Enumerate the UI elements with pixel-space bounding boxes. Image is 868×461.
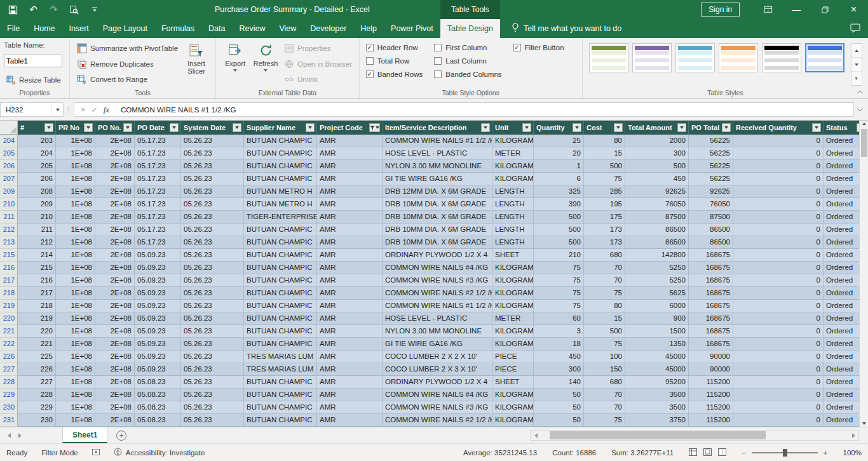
cell[interactable]: 228 (18, 389, 56, 401)
cell[interactable]: KILOGRAM (492, 173, 534, 185)
cell[interactable]: COMMON WIRE NAILS #4 /KG (383, 262, 492, 274)
cell[interactable]: 0 (733, 338, 824, 351)
cell[interactable]: 1500 (625, 325, 689, 338)
cell[interactable]: 86500 (689, 236, 733, 249)
cell[interactable]: AMR (317, 363, 383, 376)
cell[interactable]: 1E+08 (56, 414, 95, 427)
cell[interactable]: 1E+08 (56, 262, 95, 274)
cell[interactable]: LENGTH (492, 236, 534, 249)
cell[interactable]: TRES MARIAS LUM (244, 351, 317, 363)
cell[interactable]: 56225 (689, 147, 733, 160)
zoom-level[interactable]: 100% (843, 449, 862, 457)
cell[interactable]: 05.17.23 (135, 160, 181, 173)
cell[interactable]: BUTUAN CHAMPIC (244, 389, 317, 401)
cell[interactable]: 2E+08 (95, 312, 135, 325)
cell[interactable]: 05.26.23 (181, 389, 244, 401)
row-number[interactable]: 230 (0, 401, 18, 414)
filter-dropdown-button[interactable] (44, 123, 53, 132)
cell[interactable]: 115200 (689, 401, 733, 414)
cell[interactable]: BUTUAN CHAMPIC (244, 262, 317, 274)
cell[interactable]: 216 (18, 274, 56, 287)
cell[interactable]: 2E+08 (95, 351, 135, 363)
cell[interactable]: 2E+08 (95, 135, 135, 147)
cell[interactable]: 1E+08 (56, 300, 95, 312)
cell[interactable]: 05.09.23 (135, 325, 181, 338)
cell[interactable]: AMR (317, 401, 383, 414)
cell[interactable]: 219 (18, 312, 56, 325)
cell[interactable]: METER (492, 147, 534, 160)
cell[interactable]: 75 (534, 262, 584, 274)
filter-dropdown-button[interactable] (170, 123, 179, 132)
cell[interactable]: AMR (317, 414, 383, 427)
tab-view[interactable]: View (272, 19, 303, 38)
cell[interactable]: KILOGRAM (492, 338, 534, 351)
cell[interactable]: AMR (317, 376, 383, 389)
cell[interactable]: 05.26.23 (181, 363, 244, 376)
cell[interactable]: BUTUAN CHAMPIC (244, 249, 317, 262)
cell[interactable]: 168675 (689, 249, 733, 262)
cell[interactable]: 05.08.23 (135, 389, 181, 401)
cell[interactable]: 5250 (625, 274, 689, 287)
cell[interactable]: DRB 10MM DIA. X 6M GRADE (383, 198, 492, 211)
column-header-unit[interactable]: Unit (492, 121, 534, 135)
cell[interactable]: 210 (18, 211, 56, 224)
cell[interactable]: BUTUAN CHAMPIC (244, 274, 317, 287)
cell[interactable]: 100 (584, 351, 625, 363)
cell[interactable]: 05.09.23 (135, 287, 181, 300)
cell[interactable]: PIECE (492, 363, 534, 376)
scroll-left-icon[interactable] (531, 431, 541, 440)
convert-to-range-button[interactable]: Convert to Range (75, 72, 180, 86)
cell[interactable]: 90000 (689, 351, 733, 363)
cell[interactable]: 05.09.23 (135, 312, 181, 325)
cell[interactable]: 0 (733, 414, 824, 427)
cell[interactable]: BUTUAN CHAMPIC (244, 135, 317, 147)
cell[interactable]: GI TIE WIRE GA16 /KG (383, 338, 492, 351)
tab-home[interactable]: Home (27, 19, 62, 38)
cell[interactable]: AMR (317, 173, 383, 185)
checkbox-banded-rows[interactable]: ✓Banded Rows (366, 70, 423, 78)
cell[interactable]: 2E+08 (95, 401, 135, 414)
cell[interactable]: 285 (584, 185, 625, 198)
cell[interactable]: 206 (18, 173, 56, 185)
export-button[interactable]: Export (220, 39, 250, 88)
cell[interactable]: COMMON WIRE NAILS #3 /KG (383, 274, 492, 287)
checkbox-last-column[interactable]: Last Column (434, 57, 501, 65)
cell[interactable]: HOSE LEVEL - PLASTIC (383, 147, 492, 160)
redo-icon[interactable]: ↷ (48, 4, 59, 15)
cell[interactable]: HOSE LEVEL - PLASTIC (383, 312, 492, 325)
cell[interactable]: 2E+08 (95, 160, 135, 173)
cell[interactable]: 2E+08 (95, 274, 135, 287)
cell[interactable]: AMR (317, 262, 383, 274)
cell[interactable]: 2E+08 (95, 211, 135, 224)
cell[interactable]: 05.09.23 (135, 262, 181, 274)
cell[interactable]: AMR (317, 224, 383, 236)
cell[interactable]: 0 (733, 325, 824, 338)
horizontal-scrollbar[interactable] (530, 430, 859, 441)
filter-dropdown-button[interactable] (573, 123, 581, 132)
tab-formulas[interactable]: Formulas (154, 19, 201, 38)
filter-applied-button[interactable] (369, 123, 380, 132)
cell[interactable]: 75 (534, 300, 584, 312)
cell[interactable]: KILOGRAM (492, 160, 534, 173)
cell[interactable]: 205 (18, 160, 56, 173)
cell[interactable]: 05.26.23 (181, 224, 244, 236)
cell[interactable]: 86500 (689, 224, 733, 236)
row-number[interactable]: 205 (0, 147, 18, 160)
cell[interactable]: 0 (733, 389, 824, 401)
row-number[interactable]: 209 (0, 185, 18, 198)
tab-developer[interactable]: Developer (303, 19, 353, 38)
cell[interactable]: 2E+08 (95, 300, 135, 312)
cell[interactable]: BUTUAN CHAMPIC (244, 414, 317, 427)
cell[interactable]: DRB 12MM DIA. X 6M GRADE (383, 185, 492, 198)
cell[interactable]: BUTUAN METRO H (244, 198, 317, 211)
cell[interactable]: 76050 (625, 198, 689, 211)
cell[interactable]: 218 (18, 300, 56, 312)
cell[interactable]: ORDINARY PLYWOOD 1/2 X 4 (383, 376, 492, 389)
cell[interactable]: BUTUAN CHAMPIC (244, 147, 317, 160)
cell[interactable]: 1E+08 (56, 173, 95, 185)
cell[interactable]: 500 (584, 160, 625, 173)
collapse-ribbon-icon[interactable] (857, 85, 863, 97)
cell[interactable]: 217 (18, 287, 56, 300)
cell[interactable]: 325 (534, 185, 584, 198)
cell[interactable]: AMR (317, 236, 383, 249)
